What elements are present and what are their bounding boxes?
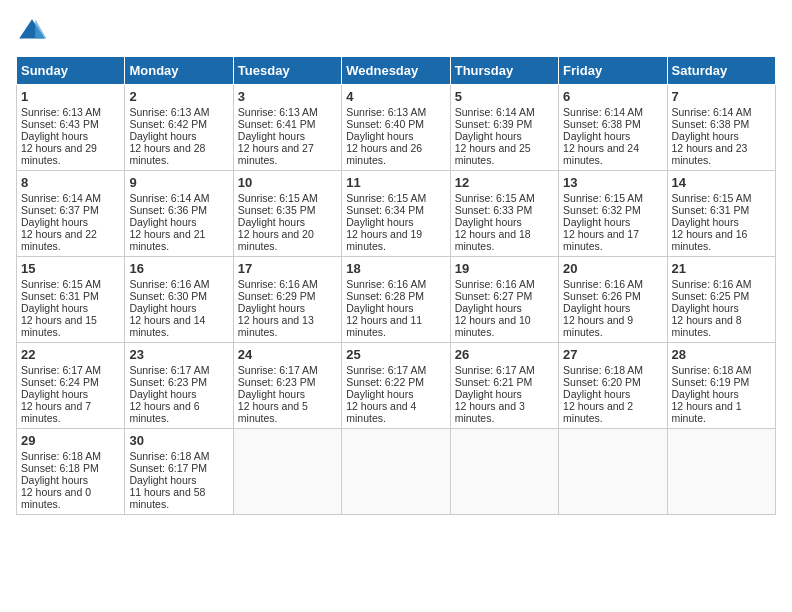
daylight-label: Daylight hours [129,474,196,486]
day-number: 24 [238,347,337,362]
day-number: 17 [238,261,337,276]
calendar-cell: 11Sunrise: 6:15 AMSunset: 6:34 PMDayligh… [342,171,450,257]
calendar-cell: 2Sunrise: 6:13 AMSunset: 6:42 PMDaylight… [125,85,233,171]
week-row-4: 22Sunrise: 6:17 AMSunset: 6:24 PMDayligh… [17,343,776,429]
sunset: Sunset: 6:31 PM [21,290,99,302]
calendar-cell: 28Sunrise: 6:18 AMSunset: 6:19 PMDayligh… [667,343,775,429]
daylight-value: 12 hours and 27 minutes. [238,142,314,166]
calendar-cell: 23Sunrise: 6:17 AMSunset: 6:23 PMDayligh… [125,343,233,429]
calendar-cell: 20Sunrise: 6:16 AMSunset: 6:26 PMDayligh… [559,257,667,343]
col-header-sunday: Sunday [17,57,125,85]
daylight-value: 12 hours and 26 minutes. [346,142,422,166]
sunrise: Sunrise: 6:17 AM [129,364,209,376]
daylight-value: 12 hours and 19 minutes. [346,228,422,252]
sunset: Sunset: 6:33 PM [455,204,533,216]
daylight-label: Daylight hours [238,388,305,400]
day-number: 29 [21,433,120,448]
calendar-cell [667,429,775,515]
daylight-value: 12 hours and 0 minutes. [21,486,91,510]
sunrise: Sunrise: 6:18 AM [672,364,752,376]
col-header-tuesday: Tuesday [233,57,341,85]
calendar-cell: 22Sunrise: 6:17 AMSunset: 6:24 PMDayligh… [17,343,125,429]
calendar-cell: 18Sunrise: 6:16 AMSunset: 6:28 PMDayligh… [342,257,450,343]
day-number: 3 [238,89,337,104]
daylight-value: 12 hours and 15 minutes. [21,314,97,338]
sunset: Sunset: 6:20 PM [563,376,641,388]
calendar-cell: 29Sunrise: 6:18 AMSunset: 6:18 PMDayligh… [17,429,125,515]
sunrise: Sunrise: 6:17 AM [455,364,535,376]
col-header-saturday: Saturday [667,57,775,85]
sunrise: Sunrise: 6:13 AM [21,106,101,118]
day-number: 7 [672,89,771,104]
daylight-value: 12 hours and 20 minutes. [238,228,314,252]
calendar-cell: 7Sunrise: 6:14 AMSunset: 6:38 PMDaylight… [667,85,775,171]
daylight-label: Daylight hours [672,302,739,314]
sunrise: Sunrise: 6:13 AM [346,106,426,118]
calendar-cell: 12Sunrise: 6:15 AMSunset: 6:33 PMDayligh… [450,171,558,257]
sunset: Sunset: 6:24 PM [21,376,99,388]
calendar-cell: 4Sunrise: 6:13 AMSunset: 6:40 PMDaylight… [342,85,450,171]
page-header [16,16,776,48]
day-number: 28 [672,347,771,362]
week-row-2: 8Sunrise: 6:14 AMSunset: 6:37 PMDaylight… [17,171,776,257]
calendar-cell [559,429,667,515]
day-number: 26 [455,347,554,362]
sunset: Sunset: 6:35 PM [238,204,316,216]
daylight-label: Daylight hours [21,216,88,228]
day-number: 15 [21,261,120,276]
daylight-value: 12 hours and 9 minutes. [563,314,633,338]
daylight-value: 12 hours and 24 minutes. [563,142,639,166]
daylight-label: Daylight hours [129,216,196,228]
sunrise: Sunrise: 6:16 AM [238,278,318,290]
day-number: 16 [129,261,228,276]
day-number: 21 [672,261,771,276]
calendar-cell: 30Sunrise: 6:18 AMSunset: 6:17 PMDayligh… [125,429,233,515]
daylight-label: Daylight hours [455,302,522,314]
sunset: Sunset: 6:22 PM [346,376,424,388]
daylight-value: 12 hours and 18 minutes. [455,228,531,252]
sunset: Sunset: 6:38 PM [672,118,750,130]
daylight-label: Daylight hours [129,388,196,400]
sunrise: Sunrise: 6:17 AM [238,364,318,376]
calendar-cell [342,429,450,515]
sunset: Sunset: 6:23 PM [238,376,316,388]
calendar-cell: 14Sunrise: 6:15 AMSunset: 6:31 PMDayligh… [667,171,775,257]
daylight-value: 11 hours and 58 minutes. [129,486,205,510]
sunrise: Sunrise: 6:14 AM [563,106,643,118]
sunrise: Sunrise: 6:14 AM [455,106,535,118]
logo-icon [16,16,48,48]
day-number: 11 [346,175,445,190]
day-number: 9 [129,175,228,190]
calendar-cell: 9Sunrise: 6:14 AMSunset: 6:36 PMDaylight… [125,171,233,257]
daylight-label: Daylight hours [238,130,305,142]
sunset: Sunset: 6:37 PM [21,204,99,216]
day-number: 13 [563,175,662,190]
daylight-value: 12 hours and 13 minutes. [238,314,314,338]
sunset: Sunset: 6:23 PM [129,376,207,388]
sunset: Sunset: 6:18 PM [21,462,99,474]
calendar-cell: 6Sunrise: 6:14 AMSunset: 6:38 PMDaylight… [559,85,667,171]
day-number: 1 [21,89,120,104]
daylight-value: 12 hours and 8 minutes. [672,314,742,338]
svg-marker-1 [35,19,46,38]
calendar-cell: 15Sunrise: 6:15 AMSunset: 6:31 PMDayligh… [17,257,125,343]
sunrise: Sunrise: 6:14 AM [21,192,101,204]
sunrise: Sunrise: 6:14 AM [672,106,752,118]
daylight-label: Daylight hours [21,474,88,486]
day-number: 22 [21,347,120,362]
daylight-value: 12 hours and 25 minutes. [455,142,531,166]
sunrise: Sunrise: 6:16 AM [563,278,643,290]
sunrise: Sunrise: 6:16 AM [346,278,426,290]
calendar-cell: 8Sunrise: 6:14 AMSunset: 6:37 PMDaylight… [17,171,125,257]
sunset: Sunset: 6:27 PM [455,290,533,302]
col-header-wednesday: Wednesday [342,57,450,85]
daylight-label: Daylight hours [346,216,413,228]
calendar-cell: 13Sunrise: 6:15 AMSunset: 6:32 PMDayligh… [559,171,667,257]
daylight-value: 12 hours and 23 minutes. [672,142,748,166]
sunset: Sunset: 6:43 PM [21,118,99,130]
sunset: Sunset: 6:40 PM [346,118,424,130]
calendar-cell: 25Sunrise: 6:17 AMSunset: 6:22 PMDayligh… [342,343,450,429]
day-number: 23 [129,347,228,362]
daylight-label: Daylight hours [563,216,630,228]
daylight-label: Daylight hours [563,130,630,142]
